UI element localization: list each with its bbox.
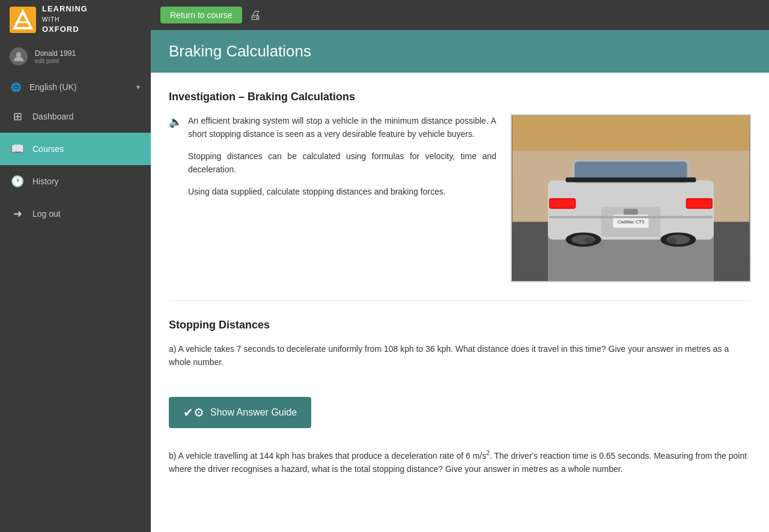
sidebar-item-logout[interactable]: ➜ Log out — [0, 198, 151, 230]
stopping-title: Stopping Distances — [169, 319, 751, 331]
investigation-para3: Using data supplied, calculate stopping … — [188, 185, 496, 198]
svg-point-26 — [667, 238, 677, 244]
history-icon: 🕐 — [11, 175, 24, 188]
language-selector[interactable]: 🌐 English (UK) ▾ — [0, 74, 151, 100]
svg-point-25 — [585, 238, 594, 244]
history-label: History — [32, 177, 59, 186]
sidebar-item-courses[interactable]: 📖 Courses — [0, 133, 151, 165]
stopping-section: Stopping Distances a) A vehicle takes 7 … — [169, 319, 751, 501]
question-a: a) A vehicle takes 7 seconds to decelera… — [169, 342, 751, 369]
checkmark-icon: ✔⚙ — [183, 405, 204, 420]
top-bar: Return to course 🖨 — [151, 0, 769, 30]
logo: LEARNING WITH OXFORD — [0, 0, 151, 39]
dashboard-label: Dashboard — [32, 112, 74, 121]
svg-point-3 — [16, 52, 21, 57]
car-image: Cadillac CT5 — [511, 114, 751, 282]
question-b: b) A vehicle travelling at 144 kph has b… — [169, 449, 751, 476]
investigation-title: Investigation – Braking Calculations — [169, 91, 751, 103]
logout-icon: ➜ — [11, 207, 24, 220]
investigation-para2: Stopping distances can be calculated usi… — [188, 150, 496, 177]
user-name: Donald 1991 — [35, 49, 76, 58]
print-icon[interactable]: 🖨 — [249, 8, 261, 22]
svg-rect-16 — [549, 198, 576, 209]
return-to-course-button[interactable]: Return to course — [160, 7, 242, 23]
question-b-before: b) A vehicle travelling at 144 kph has b… — [169, 450, 486, 460]
globe-icon: 🌐 — [11, 82, 21, 92]
avatar — [10, 47, 28, 65]
sidebar: LEARNING WITH OXFORD Donald 1991 edit po… — [0, 0, 151, 532]
svg-rect-27 — [549, 216, 713, 219]
courses-label: Courses — [32, 144, 64, 154]
logo-text: LEARNING WITH OXFORD — [42, 4, 88, 35]
answer-btn-label: Show Answer Guide — [210, 407, 297, 418]
audio-icon[interactable]: 🔈 — [169, 115, 182, 128]
sidebar-item-history[interactable]: 🕐 History — [0, 165, 151, 198]
investigation-section: Investigation – Braking Calculations 🔈 A… — [169, 91, 751, 301]
sidebar-item-dashboard[interactable]: ⊞ Dashboard — [0, 100, 151, 133]
page-banner: Braking Calculations — [151, 30, 769, 73]
content-area: Investigation – Braking Calculations 🔈 A… — [151, 73, 769, 532]
logo-icon — [10, 7, 36, 33]
main-content: Return to course 🖨 Braking Calculations … — [151, 0, 769, 532]
show-answer-button[interactable]: ✔⚙ Show Answer Guide — [169, 397, 311, 428]
user-role: edit point — [35, 58, 76, 64]
page-title: Braking Calculations — [169, 42, 751, 61]
courses-icon: 📖 — [11, 142, 24, 156]
investigation-paragraphs: An efficient braking system will stop a … — [188, 114, 496, 207]
audio-text-row: 🔈 An efficient braking system will stop … — [169, 114, 496, 207]
investigation-text: 🔈 An efficient braking system will stop … — [169, 114, 496, 207]
svg-rect-28 — [624, 209, 638, 215]
svg-rect-11 — [566, 178, 696, 183]
chevron-down-icon: ▾ — [136, 83, 140, 91]
logout-label: Log out — [32, 209, 61, 219]
dashboard-icon: ⊞ — [11, 110, 24, 123]
svg-rect-17 — [686, 198, 713, 209]
investigation-content: 🔈 An efficient braking system will stop … — [169, 114, 751, 282]
nav-menu: ⊞ Dashboard 📖 Courses 🕐 History ➜ Log ou… — [0, 100, 151, 532]
svg-text:Cadillac CT5: Cadillac CT5 — [617, 219, 645, 225]
user-info: Donald 1991 edit point — [35, 49, 76, 64]
investigation-para1: An efficient braking system will stop a … — [188, 114, 496, 141]
language-label: English (UK) — [29, 82, 77, 92]
user-profile: Donald 1991 edit point — [0, 39, 151, 74]
